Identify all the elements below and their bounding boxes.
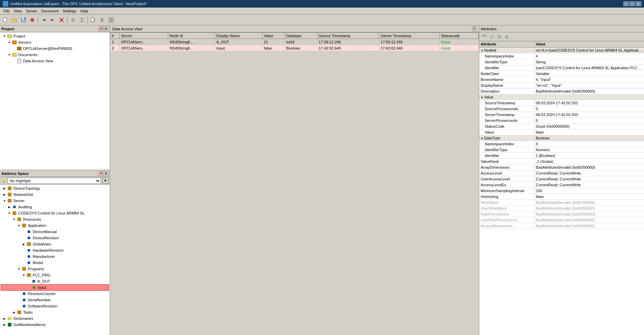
tree-item-opcua-server[interactable]: OPCUAServer@RevPi99920 xyxy=(1,45,109,52)
tree-item-data-access-view[interactable]: Data Access View xyxy=(1,58,109,64)
tree-device-revision[interactable]: DeviceRevision xyxy=(1,235,109,241)
cut-button[interactable] xyxy=(98,16,106,24)
highlight-dropdown-btn[interactable]: ▼ xyxy=(102,178,108,184)
tree-plc-prg[interactable]: ▼ PLC_PRG xyxy=(1,272,109,278)
project-expand[interactable]: ▼ xyxy=(2,34,7,39)
attr-value-NodeId: ns=4;s=|var|CODESYS Control for Linux AR… xyxy=(534,47,644,53)
svg-rect-33 xyxy=(13,41,16,42)
attr-settings-btn[interactable]: ⊙ xyxy=(503,33,510,40)
tree-device-manual[interactable]: DeviceManual xyxy=(1,229,109,235)
menu-help[interactable]: Help xyxy=(78,8,90,14)
tools-button[interactable] xyxy=(69,16,77,24)
attr-row-NodeId[interactable]: ▼ NodeIdns=4;s=|var|CODESYS Control for … xyxy=(479,47,644,53)
project-panel-close[interactable]: ✕ xyxy=(104,27,108,31)
menu-server[interactable]: Server xyxy=(24,8,39,14)
svg-point-14 xyxy=(73,20,73,20)
data-cell-1-6: 17:42:02.640 xyxy=(317,45,379,51)
attr-edit-btn[interactable] xyxy=(488,33,495,40)
new-button[interactable] xyxy=(1,16,10,24)
attr-row-Value[interactable]: ▼ Value xyxy=(479,94,644,100)
back-button[interactable] xyxy=(40,16,48,24)
attr-refresh-btn[interactable] xyxy=(481,33,487,40)
attr-row-BrowseName: BrowseName4, "Input" xyxy=(479,76,644,82)
tree-item-servers[interactable]: ▼ Servers xyxy=(1,39,109,45)
tree-device-topology[interactable]: ▶ DeviceTopology xyxy=(1,185,109,191)
data-row-1[interactable]: 2OPCUAServ...NS4|Stringll...InputfalseBo… xyxy=(110,45,479,51)
tree-a-out[interactable]: A_OUT xyxy=(1,278,109,284)
menu-file[interactable]: File xyxy=(1,8,12,14)
project-panel-pin[interactable]: 📌 xyxy=(98,27,103,31)
resources-label: Resources xyxy=(23,217,41,221)
tree-server[interactable]: ▼ Server xyxy=(1,198,109,204)
col-display-name[interactable]: Display Name xyxy=(215,33,262,39)
highlight-select[interactable]: No Highlight xyxy=(8,178,101,184)
tree-get-monitored-items[interactable]: ▶ GetMonitoredItems xyxy=(1,322,109,328)
forward-button[interactable] xyxy=(49,16,57,24)
address-panel-pin[interactable]: 📌 xyxy=(98,171,103,176)
view-toggle-button[interactable] xyxy=(107,16,115,24)
menu-document[interactable]: Document xyxy=(39,8,61,14)
tree-item-documents[interactable]: ▼ Documents xyxy=(1,52,109,58)
col-statuscode[interactable]: Statuscode xyxy=(439,33,479,39)
servers-expand[interactable]: ▼ xyxy=(7,40,12,45)
attr-name-Value: ▼ Value xyxy=(479,94,534,100)
attr-value-DisplayName: "en-Us", "Input" xyxy=(534,82,644,88)
save-button[interactable] xyxy=(19,16,28,24)
documents-expand[interactable]: ▼ xyxy=(7,52,12,57)
tree-dictionaries[interactable]: ▶ Dictionaries xyxy=(1,315,109,322)
open-button[interactable] xyxy=(10,16,19,24)
copy-button[interactable] xyxy=(89,16,97,24)
svg-rect-3 xyxy=(22,18,24,19)
tree-model[interactable]: Model xyxy=(1,260,109,266)
user-button[interactable] xyxy=(78,16,86,24)
settings-button[interactable] xyxy=(28,16,36,24)
col-server[interactable]: Server xyxy=(119,33,168,39)
servers-label: Servers xyxy=(18,40,31,44)
menu-settings[interactable]: Settings xyxy=(61,8,78,14)
col-value[interactable]: Value xyxy=(262,33,285,39)
tree-tasks[interactable]: ▶ Tasks xyxy=(1,309,109,315)
maximize-button[interactable]: □ xyxy=(630,1,635,6)
tree-item-project[interactable]: ▼ Project xyxy=(1,33,109,39)
tree-serial-number[interactable]: SerialNumber xyxy=(1,297,109,303)
data-row-0[interactable]: 1OPCUAServ...NS4|Stringll...A_OUT21Int16… xyxy=(110,39,479,45)
svg-rect-45 xyxy=(8,199,11,202)
col-source-ts[interactable]: Source Timestamp xyxy=(317,33,379,39)
col-datatype[interactable]: Datatype xyxy=(285,33,317,39)
col-server-ts[interactable]: Server Timestamp xyxy=(379,33,439,39)
svg-rect-44 xyxy=(8,193,11,196)
attr-history-btn[interactable] xyxy=(496,33,503,40)
tree-input[interactable]: Input xyxy=(1,284,109,291)
data-cell-0-6: 17:59:12.246 xyxy=(317,39,379,45)
address-panel-close[interactable]: ✕ xyxy=(104,171,108,176)
tree-sw-revision[interactable]: SoftwareRevision xyxy=(1,303,109,309)
svg-rect-34 xyxy=(13,42,16,43)
data-access-table: # Server Node Id Display Name Value Data… xyxy=(110,32,479,51)
data-access-close-btn[interactable]: ✕ xyxy=(472,27,477,31)
attr-row-DataType[interactable]: ▼ DataTypeBoolean xyxy=(479,135,644,141)
disconnect-button[interactable] xyxy=(57,16,66,24)
documents-icon xyxy=(12,52,17,57)
svg-point-60 xyxy=(23,292,25,295)
manufacturer-label: Manufacturer xyxy=(33,254,55,259)
attributes-panel: Attributes ⊙ Attribute Value xyxy=(479,25,644,335)
attr-name-BrowseName: BrowseName xyxy=(479,76,534,82)
tree-network-set[interactable]: ▶ NetworkSet xyxy=(1,191,109,198)
attr-name-ServerPicoseconds: ServerPicoseconds xyxy=(479,117,534,123)
data-access-title: Data Access View xyxy=(112,27,142,31)
menu-view[interactable]: View xyxy=(12,8,24,14)
tree-global-vars[interactable]: ▶ GlobalVars xyxy=(1,241,109,247)
col-nodeid[interactable]: Node Id xyxy=(168,33,215,39)
tree-manufacturer[interactable]: Manufacturer xyxy=(1,253,109,260)
tree-auditing[interactable]: ▶ Auditing xyxy=(1,204,109,210)
tree-hw-revision[interactable]: HardwareRevision xyxy=(1,247,109,253)
tree-codesys[interactable]: ▼ CODESYS Control for Linux ARM64 SL xyxy=(1,210,109,216)
col-num[interactable]: # xyxy=(110,33,120,39)
tree-revision-counter[interactable]: RevisionCounter xyxy=(1,291,109,297)
svg-point-59 xyxy=(33,286,35,289)
minimize-button[interactable]: ─ xyxy=(623,1,629,6)
tree-programs[interactable]: ▼ Programs xyxy=(1,266,109,272)
tree-application[interactable]: ▼ Application xyxy=(1,222,109,229)
tree-resources[interactable]: ▼ Resources xyxy=(1,216,109,222)
close-button[interactable]: ✕ xyxy=(636,1,641,6)
